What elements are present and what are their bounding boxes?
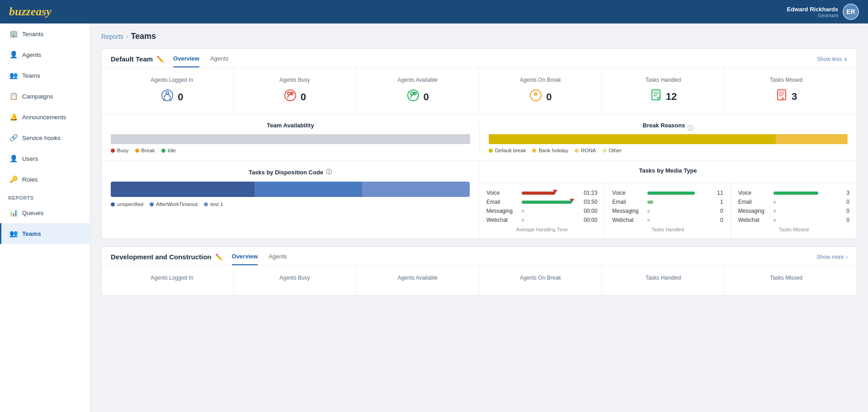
dev-team-title: Development and Construction ✏️: [111, 253, 223, 265]
edit-dev-team-icon[interactable]: ✏️: [215, 253, 223, 261]
dev-stat-label-busy: Agents Busy: [239, 275, 351, 281]
tasks-missed-section: Voice 3 Email: [731, 183, 857, 239]
sidebar-item-service-hooks[interactable]: 🔗 Service hooks: [0, 127, 90, 148]
handled-messaging-label: Messaging: [612, 208, 644, 214]
sidebar-label-users: Users: [22, 155, 38, 162]
aht-footer: Average Handling Time: [486, 227, 597, 232]
tab-agents[interactable]: Agents: [210, 55, 228, 67]
dev-stat-tasks-missed: Tasks Missed: [725, 266, 848, 295]
dev-stat-agents-on-break: Agents On Break: [479, 266, 602, 295]
sidebar-label-tenants: Tenants: [22, 31, 43, 37]
sidebar-label-teams-report: Teams: [22, 230, 41, 237]
stat-agents-busy: Agents Busy ✕ 0: [234, 68, 357, 114]
stat-value-tasks-missed: 3: [730, 89, 842, 104]
missed-voice-bar: [774, 192, 818, 195]
legend-unspecified: unspecified: [111, 201, 143, 207]
sidebar-item-campaigns[interactable]: 📋 Campaigns: [0, 86, 90, 107]
dev-team-panel: Development and Construction ✏️ Overview…: [101, 246, 857, 296]
break-dot: [135, 149, 139, 153]
aht-email-row: Email 03:50: [486, 199, 597, 205]
tasks-handled-footer: Tasks Handled: [612, 227, 723, 232]
handled-webchat-value: 0: [707, 217, 723, 223]
aht-voice-marker: [553, 190, 557, 193]
dev-stat-agents-busy: Agents Busy: [234, 266, 357, 295]
disp-seg-afterwork: [255, 182, 362, 197]
handled-email-bar: [647, 201, 653, 204]
default-team-panel-header: Default Team ✏️ Overview Agents Show les…: [102, 49, 857, 68]
legend-default-break: Default break: [489, 148, 526, 153]
svg-point-2: [285, 90, 296, 101]
sidebar-item-roles[interactable]: 🔑 Roles: [0, 169, 90, 190]
avatar: ER: [843, 4, 859, 20]
campaigns-icon: 📋: [9, 92, 18, 100]
missed-email-value: 0: [833, 199, 849, 205]
legend-test1-label: test 1: [210, 201, 223, 207]
stat-value-available: ✓ 0: [362, 89, 473, 105]
legend-busy: Busy: [111, 148, 129, 153]
legend-other: Other: [603, 148, 622, 153]
aht-email-bar: [522, 201, 572, 204]
show-more-button[interactable]: Show more ‹: [816, 254, 848, 265]
handled-voice-bar-wrap: [647, 192, 703, 195]
handled-messaging-bar: [647, 210, 650, 213]
roles-icon: 🔑: [9, 175, 18, 183]
aht-webchat-bar: [522, 219, 524, 222]
disposition-bar: [111, 182, 470, 197]
disposition-title: Tasks by Disposition Code ⓘ: [111, 168, 470, 176]
sidebar-item-tenants[interactable]: 🏢 Tenants: [0, 23, 90, 44]
aht-section: Voice 01:23: [479, 183, 605, 239]
missed-voice-row: Voice 3: [738, 190, 849, 196]
svg-point-1: [166, 92, 169, 94]
missed-email-row: Email 0: [738, 199, 849, 205]
idle-dot: [161, 149, 165, 153]
stat-label-busy: Agents Busy: [239, 77, 351, 83]
on-break-icon: II: [529, 89, 542, 105]
missed-voice-label: Voice: [738, 190, 770, 196]
sidebar-label-service-hooks: Service hooks: [22, 135, 61, 141]
aht-voice-label: Voice: [486, 190, 518, 196]
aht-messaging-bar-wrap: [522, 210, 577, 213]
handled-voice-label: Voice: [612, 190, 644, 196]
sidebar-item-teams-report[interactable]: 👥 Teams: [0, 223, 90, 244]
break-reasons-chart: Break Reasons ⓘ Default break: [479, 122, 848, 153]
show-less-button[interactable]: Show less ∨: [817, 56, 848, 67]
sidebar-item-agents[interactable]: 👤 Agents: [0, 44, 90, 65]
break-reasons-info-icon: ⓘ: [688, 124, 693, 132]
busy-icon: ✕: [283, 89, 297, 105]
breadcrumb-parent[interactable]: Reports: [101, 33, 123, 40]
show-more-label: Show more: [816, 254, 844, 260]
sidebar-item-announcements[interactable]: 🔔 Announcements: [0, 107, 90, 127]
handled-webchat-bar: [647, 219, 650, 222]
dev-tab-agents[interactable]: Agents: [269, 253, 287, 265]
missed-voice-bar-wrap: [774, 192, 830, 195]
break-seg-default: [489, 134, 776, 144]
stat-label-logged-in: Agents Logged In: [116, 77, 228, 83]
aht-email-time: 03:50: [581, 199, 597, 205]
dev-stat-agents-logged-in: Agents Logged In: [111, 266, 234, 295]
breadcrumb: Reports › Teams: [101, 32, 857, 41]
aht-email-label: Email: [486, 199, 518, 205]
aht-messaging-label: Messaging: [486, 208, 518, 214]
sidebar-item-queues[interactable]: 📊 Queues: [0, 202, 90, 223]
header: buzzeasy Edward Rickhards Geomant ER: [0, 0, 868, 23]
user-details: Edward Rickhards Geomant: [787, 6, 838, 18]
dev-stat-label-on-break: Agents On Break: [485, 275, 596, 281]
tasks-missed-footer: Tasks Missed: [738, 227, 849, 232]
svg-rect-14: [778, 90, 786, 100]
tab-overview[interactable]: Overview: [173, 55, 199, 67]
agents-icon: 👤: [9, 51, 18, 59]
sidebar-item-users[interactable]: 👤 Users: [0, 148, 90, 169]
dev-tab-overview[interactable]: Overview: [232, 253, 258, 265]
availability-bar: [111, 134, 470, 144]
missed-webchat-label: Webchat: [738, 217, 770, 223]
dev-stat-label-logged-in: Agents Logged In: [116, 275, 228, 281]
sidebar-label-agents: Agents: [22, 52, 41, 58]
legend-default-break-label: Default break: [495, 148, 526, 153]
dev-stat-agents-available: Agents Available: [356, 266, 479, 295]
missed-webchat-value: 0: [833, 217, 849, 223]
sidebar-item-teams[interactable]: 👥 Teams: [0, 65, 90, 86]
edit-team-icon[interactable]: ✏️: [156, 56, 164, 63]
aht-voice-bar: [522, 192, 555, 195]
breadcrumb-current: Teams: [131, 32, 156, 41]
missed-messaging-row: Messaging 0: [738, 208, 849, 214]
